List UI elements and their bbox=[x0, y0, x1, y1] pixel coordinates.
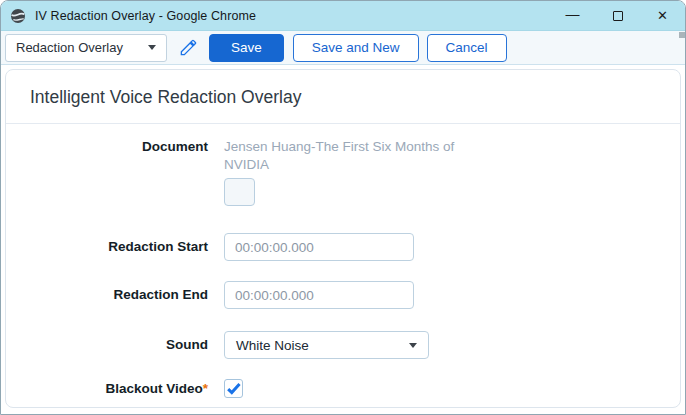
record-type-value: Redaction Overlay bbox=[16, 40, 123, 55]
title-bar: IV Redaction Overlay - Google Chrome — ✕ bbox=[1, 1, 685, 31]
document-label: Document bbox=[6, 138, 224, 206]
required-marker: * bbox=[203, 381, 208, 396]
app-window: IV Redaction Overlay - Google Chrome — ✕… bbox=[0, 0, 686, 415]
checkmark-icon bbox=[225, 380, 242, 397]
minimize-icon: — bbox=[566, 9, 580, 19]
pencil-icon bbox=[179, 38, 198, 57]
blackout-video-row: Blackout Video* bbox=[6, 379, 680, 398]
document-value: Jensen Huang-The First Six Months of NVI… bbox=[224, 138, 459, 174]
blackout-video-label: Blackout Video bbox=[105, 381, 202, 396]
edit-button[interactable] bbox=[175, 35, 201, 61]
document-row: Document Jensen Huang-The First Six Mont… bbox=[6, 138, 680, 206]
minimize-button[interactable]: — bbox=[550, 1, 595, 30]
scrollbar-stub bbox=[679, 32, 685, 38]
sound-select-value: White Noise bbox=[236, 338, 309, 353]
document-lookup-box[interactable] bbox=[224, 178, 255, 206]
save-and-new-button[interactable]: Save and New bbox=[293, 34, 419, 62]
toolbar: Redaction Overlay Save Save and New Canc… bbox=[1, 31, 685, 65]
chevron-down-icon bbox=[148, 45, 156, 50]
chevron-down-icon bbox=[409, 343, 417, 348]
content-area: Intelligent Voice Redaction Overlay Docu… bbox=[1, 65, 685, 414]
globe-logo-icon bbox=[10, 8, 26, 24]
record-type-selector[interactable]: Redaction Overlay bbox=[5, 34, 167, 62]
redaction-start-input[interactable] bbox=[224, 233, 414, 261]
window-controls: — ✕ bbox=[550, 1, 685, 30]
save-button[interactable]: Save bbox=[209, 34, 284, 62]
blackout-video-checkbox[interactable] bbox=[224, 379, 243, 398]
sound-select[interactable]: White Noise bbox=[224, 331, 429, 359]
sound-row: Sound White Noise bbox=[6, 331, 680, 359]
redaction-start-label: Redaction Start bbox=[6, 238, 224, 256]
redaction-end-row: Redaction End bbox=[6, 281, 680, 309]
redaction-form: Document Jensen Huang-The First Six Mont… bbox=[6, 124, 680, 398]
maximize-button[interactable] bbox=[595, 1, 640, 30]
sound-label: Sound bbox=[6, 336, 224, 354]
redaction-end-input[interactable] bbox=[224, 281, 414, 309]
cancel-button[interactable]: Cancel bbox=[427, 34, 507, 62]
close-button[interactable]: ✕ bbox=[640, 1, 685, 30]
redaction-end-label: Redaction End bbox=[6, 286, 224, 304]
page-title: Intelligent Voice Redaction Overlay bbox=[6, 70, 680, 124]
redaction-start-row: Redaction Start bbox=[6, 233, 680, 261]
close-icon: ✕ bbox=[657, 8, 668, 23]
maximize-icon bbox=[613, 11, 623, 21]
window-title: IV Redaction Overlay - Google Chrome bbox=[35, 9, 256, 23]
form-panel: Intelligent Voice Redaction Overlay Docu… bbox=[5, 69, 681, 408]
